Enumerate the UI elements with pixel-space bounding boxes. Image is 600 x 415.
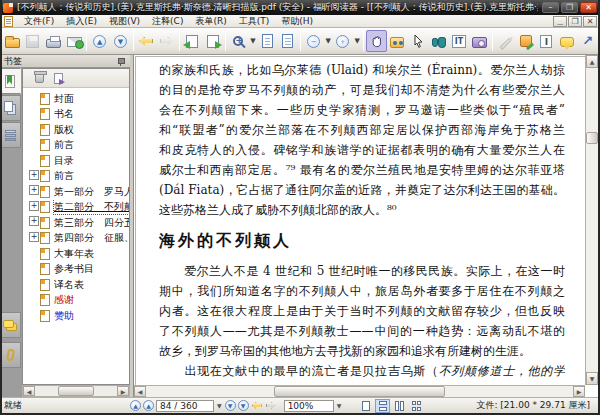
pin-icon[interactable]	[117, 57, 126, 66]
page-area[interactable]: 的家族和氏族，比如乌尔莱德 (Ulaid) 和埃尔兰 (Érainn)。爱尔兰人…	[134, 55, 585, 385]
bookmark-item[interactable]: 第一部分 罗马人和不	[29, 184, 129, 200]
menu-tools[interactable]: 工具(T)	[233, 14, 276, 29]
previous-view-button[interactable]	[136, 30, 157, 52]
minimize-button[interactable]: –	[542, 2, 559, 13]
hand-tool-button[interactable]	[366, 30, 387, 52]
prev-page-button[interactable]: ▲	[143, 400, 154, 411]
scroll-thumb[interactable]	[58, 386, 94, 396]
scroll-left-button[interactable]: ◀	[134, 386, 146, 397]
bookmark-item[interactable]: 目录	[29, 153, 129, 169]
vscroll-thumb[interactable]	[586, 132, 598, 144]
expander-icon[interactable]	[29, 187, 40, 196]
menu-comment[interactable]: 注释(C)	[146, 14, 189, 29]
print-button[interactable]	[43, 30, 64, 52]
last-page-button[interactable]: ▼	[238, 400, 249, 411]
email-button[interactable]	[64, 30, 85, 52]
expand-bookmarks-button[interactable]	[54, 73, 63, 84]
tab-comments[interactable]	[0, 312, 21, 338]
select-text-button[interactable]	[449, 30, 470, 52]
restore-button[interactable]: ❐	[561, 2, 578, 13]
arrow-tool-button[interactable]: ↗	[577, 30, 598, 52]
continuous-facing-button[interactable]	[409, 399, 424, 413]
scroll-right-button[interactable]: ▶	[117, 386, 129, 396]
zoom-tool-button[interactable]	[228, 30, 249, 52]
tab-attachments[interactable]	[0, 342, 21, 368]
single-page-button[interactable]	[358, 399, 373, 413]
previous-view-button[interactable]	[252, 402, 262, 409]
menu-file[interactable]: 文件(F)	[18, 14, 60, 29]
sidebar-hscrollbar[interactable]: ◀ ▶	[22, 385, 130, 397]
zoom-field-dropdown[interactable]: ▼	[337, 402, 342, 409]
actual-size-button[interactable]	[257, 30, 278, 52]
first-page-button[interactable]: ▲	[130, 400, 141, 411]
mdi-restore-button[interactable]: ❐	[568, 16, 582, 27]
next-page-view-button[interactable]	[202, 30, 223, 52]
bookmark-item[interactable]: 封面	[29, 91, 129, 107]
page-number-field[interactable]: 84 / 360	[156, 400, 214, 412]
zoom-out-button[interactable]: −	[303, 30, 324, 52]
close-button[interactable]: ✕	[580, 2, 597, 13]
loupe-tool-button[interactable]	[387, 30, 408, 52]
bookmark-item[interactable]: 译名表	[29, 277, 129, 293]
menu-insert[interactable]: 插入(E)	[60, 14, 103, 29]
tab-pages[interactable]	[0, 95, 21, 121]
zoom-out-dropdown[interactable]: ▼	[324, 30, 332, 52]
snapshot-button[interactable]	[469, 30, 490, 52]
tab-bookmarks[interactable]	[0, 68, 21, 94]
bookmark-item[interactable]: 参考书目	[29, 262, 129, 278]
bookmark-item[interactable]: 前言	[29, 138, 129, 154]
expander-icon[interactable]	[29, 234, 40, 243]
pencil-tool-button[interactable]	[495, 30, 516, 52]
tab-layers[interactable]	[0, 122, 21, 148]
mdi-close-button[interactable]: ✕	[583, 16, 597, 27]
last-page-button[interactable]: ▼	[110, 30, 131, 52]
open-button[interactable]	[2, 30, 23, 52]
bookmark-item[interactable]: 赞助	[29, 308, 129, 324]
menu-help[interactable]: 帮助(H)	[275, 14, 319, 29]
continuous-button[interactable]	[375, 399, 390, 413]
horizontal-scrollbar[interactable]: ◀ ▶	[134, 385, 585, 397]
mdi-minimize-button[interactable]: ＿	[553, 16, 567, 27]
prev-page-view-button[interactable]	[182, 30, 203, 52]
next-page-button[interactable]: ▼	[225, 400, 236, 411]
expander-icon[interactable]	[29, 218, 40, 227]
actual-size-icon	[262, 34, 273, 48]
zoom-in-dropdown[interactable]: ▼	[353, 30, 361, 52]
page-field-dropdown[interactable]: ▼	[217, 402, 222, 409]
bookmark-item[interactable]: 第四部分 征服、生存	[29, 231, 129, 247]
hscroll-thumb[interactable]	[274, 386, 445, 397]
zoom-field[interactable]: 100%	[284, 400, 334, 412]
first-page-button[interactable]: ▲	[89, 30, 110, 52]
scroll-left-button[interactable]: ◀	[23, 386, 35, 396]
note-tool-button[interactable]	[536, 30, 557, 52]
next-view-button[interactable]	[156, 30, 177, 52]
zoom-in-button[interactable]: ＋	[332, 30, 353, 52]
vertical-scrollbar[interactable]: ▲ ▼	[585, 55, 598, 385]
bookmark-item[interactable]: 前言	[29, 169, 129, 185]
bookmark-item[interactable]: 第三部分 四分五裂的	[29, 215, 129, 231]
facing-button[interactable]	[392, 399, 407, 413]
next-view-button[interactable]	[266, 402, 276, 409]
expander-icon[interactable]	[29, 172, 40, 181]
scroll-down-button[interactable]: ▼	[586, 372, 598, 385]
bookmark-item[interactable]: 书名	[29, 107, 129, 123]
bookmark-item[interactable]: 大事年表	[29, 246, 129, 262]
status-bar: 就绪 ▲ ▲ 84 / 360 ▼ ▼ ▼ 100% ▼ 文件: [21.00 …	[0, 397, 600, 413]
typewriter-tool-button[interactable]	[516, 30, 537, 52]
delete-bookmark-button[interactable]	[35, 73, 44, 83]
menu-view[interactable]: 视图(V)	[103, 14, 146, 29]
zoom-tool-dropdown[interactable]: ▼	[249, 30, 257, 52]
bookmark-item[interactable]: 第二部分 不列颠时代	[29, 200, 129, 216]
minus-circle-icon: −	[307, 35, 320, 48]
scroll-up-button[interactable]: ▲	[586, 55, 598, 68]
scroll-right-button[interactable]: ▶	[573, 386, 585, 397]
search-button[interactable]	[428, 30, 449, 52]
comment-tool-button[interactable]	[557, 30, 578, 52]
select-annotation-button[interactable]	[407, 30, 428, 52]
bookmark-item[interactable]: 版权	[29, 122, 129, 138]
bookmark-item[interactable]: 感谢	[29, 293, 129, 309]
fit-width-button[interactable]	[278, 30, 299, 52]
save-button[interactable]	[23, 30, 44, 52]
menu-form[interactable]: 表单(R)	[189, 14, 232, 29]
expander-icon[interactable]	[29, 203, 40, 212]
